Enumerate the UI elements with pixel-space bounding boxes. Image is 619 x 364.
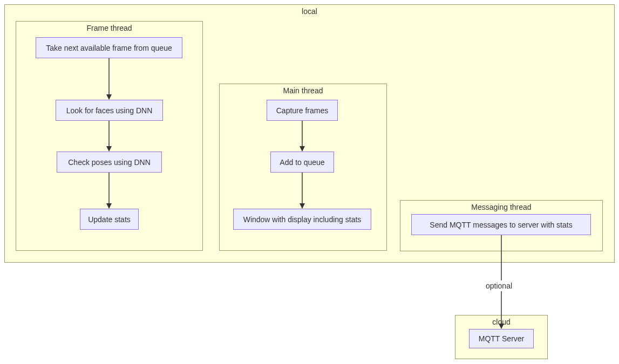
subgraph-main-thread-title: Main thread	[283, 86, 323, 95]
node-add-queue: Add to queue	[270, 152, 334, 173]
node-send-mqtt: Send MQTT messages to server with stats	[411, 214, 591, 235]
node-take-frame: Take next available frame from queue	[36, 37, 182, 58]
edge-label-optional: optional	[485, 281, 513, 290]
node-update-stats: Update stats	[80, 209, 139, 230]
subgraph-frame-thread-title: Frame thread	[86, 24, 132, 32]
node-look-faces: Look for faces using DNN	[56, 100, 163, 121]
node-mqtt-server: MQTT Server	[469, 329, 534, 348]
subgraph-cloud-title: cloud	[492, 318, 510, 326]
subgraph-messaging-thread-title: Messaging thread	[471, 203, 531, 211]
node-capture-frames: Capture frames	[267, 100, 338, 121]
node-check-poses: Check poses using DNN	[57, 152, 162, 173]
node-window-display: Window with display including stats	[233, 209, 371, 230]
subgraph-local-title: local	[302, 7, 317, 16]
